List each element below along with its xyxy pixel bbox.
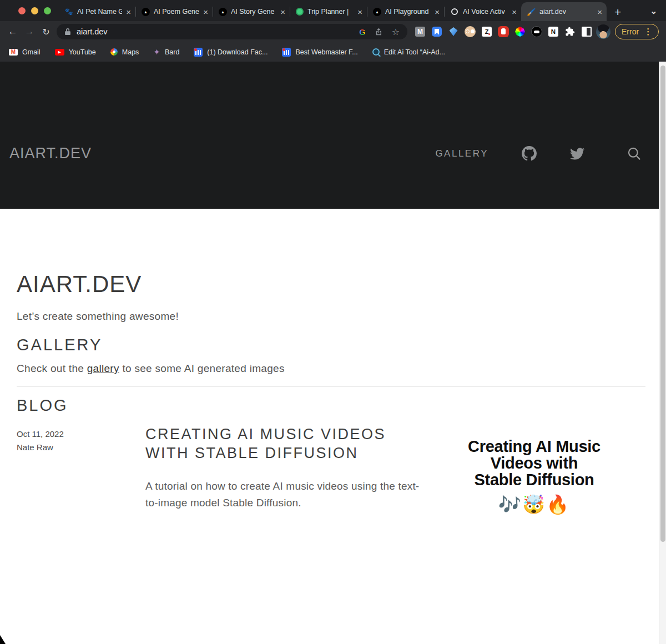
tab-close-icon[interactable]: ×	[357, 8, 362, 16]
magnifier-icon	[372, 48, 380, 56]
nav-gallery-link[interactable]: GALLERY	[435, 148, 488, 159]
bookmark-best-webmaster[interactable]: Best Webmaster F...	[282, 48, 357, 57]
black-circle-triangle-icon: ▲	[373, 8, 381, 16]
tab-close-icon[interactable]: ×	[203, 8, 208, 16]
site-nav: GALLERY	[435, 146, 642, 161]
m-extension-icon[interactable]: M	[413, 24, 427, 39]
tab-ai-playground[interactable]: ▲ AI Playground ×	[367, 2, 444, 21]
tab-label: Trip Planner |	[307, 8, 354, 16]
tab-close-icon[interactable]: ×	[512, 8, 517, 16]
tab-close-icon[interactable]: ×	[280, 8, 285, 16]
forward-button[interactable]: →	[21, 26, 38, 37]
new-tab-button[interactable]: +	[614, 6, 621, 18]
tab-label: AI Poem Gene	[154, 8, 199, 16]
youtube-icon: ▶	[55, 49, 64, 56]
post-meta: Oct 11, 2022 Nate Raw	[17, 425, 145, 515]
tab-label: AI Story Gene	[231, 8, 276, 16]
tab-ai-pet-name[interactable]: 🐾 AI Pet Name G ×	[59, 2, 135, 21]
notion-icon[interactable]: N	[546, 24, 561, 39]
color-wheel-icon[interactable]	[513, 24, 527, 39]
gmail-icon: M	[9, 49, 18, 56]
maximize-window-button[interactable]	[44, 7, 51, 14]
side-panel-icon[interactable]	[579, 24, 594, 39]
tab-strip: 🐾 AI Pet Name G × ▲ AI Poem Gene × ▲ AI …	[0, 0, 666, 21]
tab-search-chevron-icon[interactable]: ⌄	[650, 6, 657, 16]
site-header: AIART.DEV GALLERY	[0, 62, 666, 209]
gallery-paragraph: Check out the gallery to see some AI gen…	[17, 363, 645, 375]
green-circle-icon	[296, 8, 304, 16]
extensions-puzzle-icon[interactable]	[563, 24, 577, 39]
gallery-link[interactable]: gallery	[87, 363, 119, 374]
error-menu-button[interactable]: Error ⋮	[615, 24, 659, 39]
mouse-cursor	[0, 635, 6, 644]
url-text[interactable]: aiart.dev	[77, 27, 350, 36]
tab-close-icon[interactable]: ×	[126, 8, 131, 16]
diamond-extension-icon[interactable]	[446, 24, 461, 39]
twitter-icon[interactable]	[570, 148, 584, 160]
route-z-extension-icon[interactable]: Z	[480, 24, 494, 39]
tab-aiart-dev-active[interactable]: 🖌️ aiart.dev ×	[521, 2, 607, 21]
browser-toolbar: ← → ↻ aiart.dev G ☆ M Z N Error ⋮	[0, 21, 666, 42]
divider	[17, 386, 645, 387]
gallery-heading: GALLERY	[17, 336, 645, 354]
overflow-menu-icon[interactable]: ⋮	[644, 27, 652, 37]
post-date: Oct 11, 2022	[17, 427, 145, 441]
dark-mode-extension-icon[interactable]	[529, 24, 544, 39]
black-circle-triangle-icon: ▲	[142, 8, 150, 16]
avatar-face-extension-icon[interactable]	[463, 24, 477, 39]
tab-close-icon[interactable]: ×	[597, 8, 602, 16]
blog-post: Oct 11, 2022 Nate Raw CREATING AI MUSIC …	[17, 425, 645, 515]
bookmark-download-fac[interactable]: (1) Download Fac...	[194, 48, 268, 57]
tab-ai-story[interactable]: ▲ AI Story Gene ×	[213, 2, 290, 21]
post-title-link[interactable]: CREATING AI MUSIC VIDEOS WITH STABLE DIF…	[145, 425, 423, 463]
tab-ai-voice[interactable]: AI Voice Activ ×	[445, 2, 521, 21]
google-g-icon[interactable]: G	[359, 27, 366, 37]
minimize-window-button[interactable]	[31, 7, 38, 14]
share-icon[interactable]	[375, 27, 383, 36]
paintbrush-icon: 🖌️	[527, 7, 536, 16]
profile-avatar[interactable]	[596, 24, 610, 39]
github-icon[interactable]	[522, 146, 537, 161]
bookmark-star-icon[interactable]: ☆	[392, 27, 400, 37]
window-controls	[0, 0, 59, 21]
lock-icon	[64, 28, 71, 36]
tab-close-icon[interactable]: ×	[435, 8, 440, 16]
downloader-icon	[282, 48, 291, 57]
bookmark-youtube[interactable]: ▶ YouTube	[55, 48, 96, 56]
bookmark-gmail[interactable]: M Gmail	[9, 48, 41, 56]
address-bar[interactable]: aiart.dev G ☆	[57, 24, 407, 39]
scrollbar-track[interactable]	[659, 62, 666, 644]
thumbnail-emojis: 🎶🤯🔥	[498, 494, 571, 515]
close-window-button[interactable]	[18, 7, 26, 14]
thumbnail-text-line: Videos with	[491, 455, 578, 471]
tab-ai-poem[interactable]: ▲ AI Poem Gene ×	[136, 2, 213, 21]
black-circle-triangle-icon: ▲	[219, 8, 227, 16]
tab-label: aiart.dev	[539, 8, 593, 16]
bookmark-edit-ai-tool[interactable]: Edit Ai Tool “Ai-Ad...	[372, 48, 445, 56]
search-icon[interactable]	[627, 146, 642, 161]
error-label: Error	[622, 27, 639, 36]
bookmark-maps[interactable]: Maps	[110, 48, 139, 56]
blog-heading: BLOG	[17, 396, 645, 415]
reload-button[interactable]: ↻	[38, 27, 54, 37]
post-author: Nate Raw	[17, 441, 145, 454]
bookmark-extension-icon[interactable]	[430, 24, 444, 39]
bookmark-bard[interactable]: ✦ Bard	[153, 47, 179, 57]
thumbnail-text-line: Stable Diffusion	[475, 471, 594, 488]
bookmarks-bar: M Gmail ▶ YouTube Maps ✦ Bard (1) Downlo…	[0, 42, 666, 62]
tab-trip-planner[interactable]: Trip Planner | ×	[290, 2, 367, 21]
adblock-hand-icon[interactable]	[496, 24, 511, 39]
site-logo[interactable]: AIART.DEV	[9, 145, 92, 162]
paw-icon: 🐾	[64, 7, 73, 16]
post-thumbnail[interactable]: Creating AI Music Videos with Stable Dif…	[423, 425, 645, 515]
maps-pin-icon	[110, 48, 118, 56]
page-title: AIART.DEV	[17, 271, 645, 297]
post-excerpt: A tutorial on how to create AI music vid…	[145, 478, 423, 512]
scrollbar-thumb[interactable]	[660, 66, 665, 542]
extensions-row: M Z N	[413, 24, 610, 39]
post-body: CREATING AI MUSIC VIDEOS WITH STABLE DIF…	[145, 425, 423, 515]
back-button[interactable]: ←	[4, 26, 21, 37]
white-ring-icon	[451, 8, 458, 15]
bard-sparkle-icon: ✦	[153, 47, 160, 57]
thumbnail-text-line: Creating AI Music	[468, 438, 601, 455]
